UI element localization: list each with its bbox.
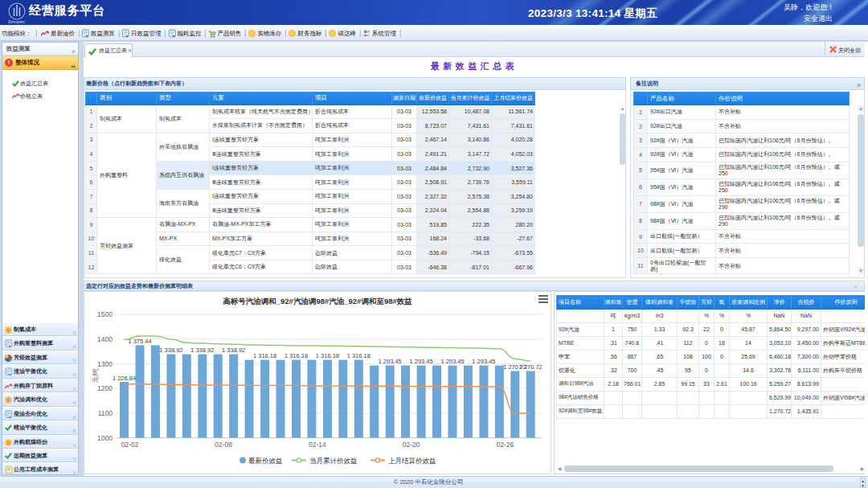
svg-text:1 226.84: 1 226.84 (113, 375, 136, 382)
svg-text:1000: 1000 (97, 434, 113, 442)
svg-text:上月结算价效益: 上月结算价效益 (388, 457, 436, 465)
svg-text:元/吨: 元/吨 (92, 368, 99, 383)
svg-text:02-26: 02-26 (496, 441, 514, 449)
svg-text:1400: 1400 (97, 335, 113, 343)
svg-text:1 338.92: 1 338.92 (190, 347, 214, 354)
svg-text:最新价效益: 最新价效益 (248, 457, 283, 465)
svg-text:1100: 1100 (98, 409, 113, 417)
svg-text:1 270.72: 1 270.72 (519, 363, 542, 371)
svg-text:1 293.45: 1 293.45 (409, 358, 432, 365)
svg-text:1 375.44: 1 375.44 (128, 338, 151, 345)
svg-text:1 316.18: 1 316.18 (347, 352, 371, 359)
svg-text:1 316.18: 1 316.18 (316, 352, 339, 359)
svg-text:1200: 1200 (97, 384, 113, 392)
svg-text:1 316.18: 1 316.18 (285, 352, 308, 359)
svg-text:1 293.45: 1 293.45 (440, 358, 464, 365)
svg-text:02-02: 02-02 (121, 441, 139, 449)
svg-text:1 338.92: 1 338.92 (222, 347, 245, 354)
svg-text:1 293.45: 1 293.45 (379, 358, 402, 365)
svg-text:02-08: 02-08 (215, 441, 232, 449)
svg-text:当月累计价效益: 当月累计价效益 (309, 457, 358, 465)
svg-text:1500: 1500 (97, 310, 113, 318)
svg-text:1 338.92: 1 338.92 (159, 347, 182, 354)
svg-text:Sinopec: Sinopec (8, 19, 26, 24)
svg-text:1300: 1300 (97, 360, 113, 368)
svg-text:1 316.18: 1 316.18 (253, 352, 276, 359)
svg-text:1 293.45: 1 293.45 (472, 358, 495, 365)
svg-text:02-14: 02-14 (309, 441, 326, 449)
svg-text:02-20: 02-20 (403, 441, 420, 449)
svg-text:高标号汽油调和_92#汽油调98#汽油_92#调和至98#效: 高标号汽油调和_92#汽油调98#汽油_92#调和至98#效益 (223, 297, 412, 306)
